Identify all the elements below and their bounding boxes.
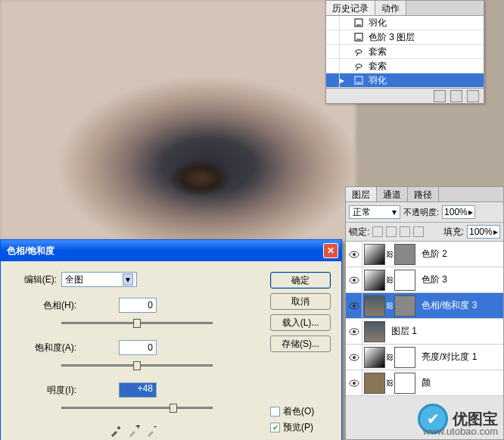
chevron-right-icon: ▸	[493, 226, 498, 237]
svg-point-13	[353, 330, 356, 333]
layer-row[interactable]: ⛓色相/饱和度 3	[346, 293, 503, 319]
chevron-right-icon: ▸	[468, 207, 473, 217]
dialog-title: 色相/饱和度	[4, 245, 323, 257]
hue-slider[interactable]	[61, 316, 213, 331]
tab-layers[interactable]: 图层	[346, 187, 377, 201]
chevron-down-icon: ▾	[123, 273, 133, 286]
saturation-label: 饱和度(A):	[11, 342, 84, 354]
history-check[interactable]	[326, 45, 340, 58]
layer-thumb[interactable]	[364, 373, 385, 394]
history-item[interactable]: 羽化	[326, 16, 484, 30]
lock-paint-icon[interactable]	[386, 226, 397, 237]
new-doc-icon[interactable]	[450, 90, 462, 102]
blend-mode-select[interactable]: 正常▾	[349, 205, 400, 219]
layer-thumb[interactable]	[364, 321, 385, 342]
levels-icon	[352, 16, 366, 30]
hue-input[interactable]	[119, 298, 157, 313]
history-check[interactable]	[326, 16, 340, 30]
mask-thumb[interactable]	[394, 373, 415, 394]
lock-all-icon[interactable]	[413, 226, 424, 237]
mask-thumb[interactable]	[394, 295, 415, 317]
mask-thumb[interactable]	[394, 244, 415, 265]
colorize-checkbox-row[interactable]: 着色(O)	[270, 405, 331, 418]
lock-trans-icon[interactable]	[372, 226, 383, 237]
tab-actions[interactable]: 动作	[375, 1, 406, 15]
layer-thumb[interactable]	[364, 347, 385, 368]
history-item[interactable]: 套索	[326, 45, 484, 59]
edit-label: 编辑(E):	[11, 273, 57, 286]
cancel-button[interactable]: 取消	[270, 293, 331, 310]
layer-name: 色阶 2	[417, 248, 447, 261]
mask-thumb[interactable]	[394, 270, 415, 291]
layer-row[interactable]: ⛓颜	[346, 370, 503, 396]
link-icon[interactable]: ⛓	[386, 373, 394, 394]
history-play: ▸	[340, 75, 350, 86]
trash-icon[interactable]	[467, 90, 479, 102]
saturation-input[interactable]	[119, 340, 157, 355]
lightness-input[interactable]: +48	[119, 382, 157, 398]
lasso-icon	[352, 45, 366, 58]
saturation-slider[interactable]	[61, 358, 213, 373]
fill-label: 填充:	[443, 226, 464, 239]
eye-icon	[349, 379, 359, 387]
preview-checkbox-row[interactable]: ✔ 预览(P)	[270, 421, 331, 434]
history-label: 套索	[367, 60, 484, 73]
dialog-title-bar[interactable]: 色相/饱和度 ✕	[1, 240, 341, 261]
opacity-label: 不透明度:	[403, 207, 439, 218]
ok-button[interactable]: 确定	[270, 272, 331, 289]
layer-row[interactable]: ⛓亮度/对比度 1	[346, 345, 503, 370]
eyedropper-icon[interactable]	[110, 425, 122, 437]
history-list: 羽化色阶 3 图层套索套索▸羽化	[326, 16, 484, 88]
visibility-toggle[interactable]	[346, 319, 362, 345]
visibility-toggle[interactable]	[346, 345, 362, 370]
lightness-slider[interactable]	[61, 401, 213, 416]
history-check[interactable]	[326, 30, 340, 44]
new-snapshot-icon[interactable]	[434, 90, 446, 102]
mask-thumb[interactable]	[394, 347, 415, 368]
opacity-input[interactable]: 100%▸	[442, 205, 475, 219]
layer-thumb[interactable]	[364, 244, 385, 265]
load-button[interactable]: 载入(L)...	[270, 314, 331, 331]
svg-point-7	[353, 253, 356, 256]
layer-row[interactable]: 图层 1	[346, 319, 503, 345]
history-panel: 历史记录 动作 WWW.MISSYUAN.COM 羽化色阶 3 图层套索套索▸羽…	[325, 0, 484, 104]
lock-move-icon[interactable]	[400, 226, 410, 237]
tab-history[interactable]: 历史记录	[326, 1, 375, 15]
logo: ✔ 优图宝 www.utobao.com	[418, 404, 498, 434]
svg-text:-: -	[154, 425, 157, 432]
visibility-toggle[interactable]	[346, 242, 362, 267]
eye-icon	[349, 328, 359, 335]
eyedroppers: + -	[110, 425, 263, 437]
eyedropper-plus-icon[interactable]: +	[128, 425, 140, 437]
tab-paths[interactable]: 路径	[408, 187, 439, 201]
link-icon[interactable]: ⛓	[386, 295, 394, 317]
history-item[interactable]: 色阶 3 图层	[326, 30, 484, 45]
link-icon[interactable]: ⛓	[386, 270, 394, 291]
link-icon[interactable]: ⛓	[386, 347, 394, 368]
tab-channels[interactable]: 通道	[377, 187, 408, 201]
blend-mode-value: 正常	[353, 206, 371, 219]
layer-controls: 正常▾ 不透明度: 100%▸	[346, 202, 503, 223]
history-check[interactable]	[326, 73, 340, 87]
history-item[interactable]: 套索	[326, 59, 484, 73]
layer-row[interactable]: ⛓色阶 2	[346, 242, 503, 267]
layer-name: 色相/饱和度 3	[417, 299, 477, 312]
layer-thumb[interactable]	[364, 270, 385, 291]
close-button[interactable]: ✕	[323, 243, 338, 258]
visibility-toggle[interactable]	[346, 370, 362, 396]
visibility-toggle[interactable]	[346, 293, 362, 319]
link-icon[interactable]: ⛓	[386, 244, 394, 265]
history-item[interactable]: ▸羽化	[326, 73, 484, 88]
history-check[interactable]	[326, 59, 340, 73]
layer-row[interactable]: ⛓色阶 3	[346, 267, 503, 293]
preview-checkbox[interactable]: ✔	[270, 423, 280, 432]
preview-label: 预览(P)	[283, 421, 313, 434]
fill-input[interactable]: 100%▸	[467, 225, 500, 239]
eyedropper-minus-icon[interactable]: -	[146, 425, 158, 437]
background-photo-eye	[0, 0, 356, 242]
colorize-checkbox[interactable]	[270, 407, 280, 417]
save-button[interactable]: 存储(S)...	[270, 335, 331, 352]
layer-thumb[interactable]	[364, 295, 385, 317]
edit-dropdown[interactable]: 全图 ▾	[61, 272, 137, 287]
visibility-toggle[interactable]	[346, 267, 362, 293]
